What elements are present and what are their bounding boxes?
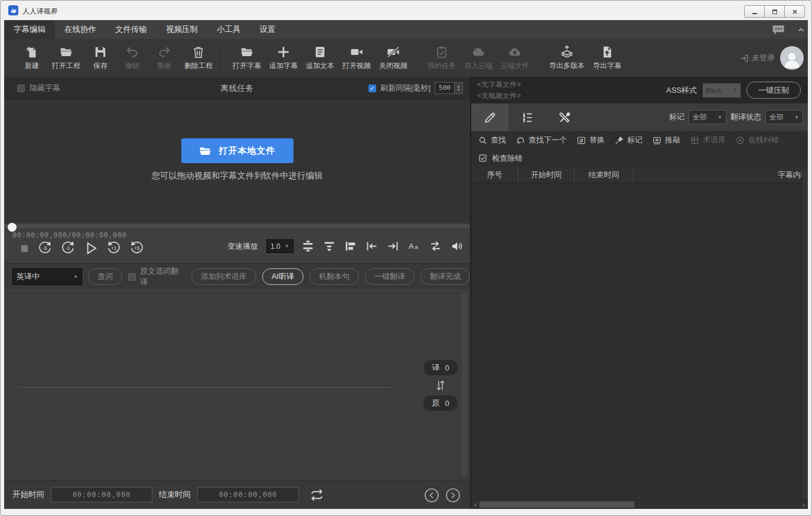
menu-item-settings[interactable]: 设置: [250, 20, 285, 39]
menu-item-online-collaboration[interactable]: 在线协作: [55, 20, 106, 39]
horizontal-scrollbar[interactable]: ‹ ›: [471, 499, 808, 509]
open-project-button[interactable]: 打开工程: [52, 46, 80, 71]
one-click-encode-button[interactable]: 一键压制: [746, 82, 801, 99]
swap-translation-icon[interactable]: [435, 379, 446, 391]
tab-adjust[interactable]: [508, 103, 546, 131]
open-subtitle-button[interactable]: 打开字幕: [233, 46, 261, 71]
app-logo-icon: [8, 5, 18, 15]
toolbar-button-label: 新建: [25, 61, 39, 71]
end-time-input[interactable]: 00:00:00,000: [197, 487, 299, 502]
collapse-toolbar-icon[interactable]: [797, 26, 805, 34]
subtitle-list[interactable]: [471, 183, 808, 499]
delete-project-button[interactable]: 删除工程: [184, 46, 213, 71]
scroll-right-icon[interactable]: ›: [800, 500, 808, 509]
swap-lines-icon[interactable]: [429, 240, 442, 252]
export-subtitle-button[interactable]: 导出字幕: [593, 46, 621, 71]
to-end-icon[interactable]: [387, 240, 399, 252]
rewind-5-button[interactable]: -5: [37, 241, 53, 256]
hide-subtitle-checkbox[interactable]: [17, 85, 25, 92]
timecode-bar: 开始时间 00:00:00,000 结束时间 00:00:00,000: [4, 480, 470, 509]
menu-item-subtitle-edit[interactable]: 字幕编辑: [4, 20, 55, 39]
folder-open-icon: [199, 145, 211, 157]
merge-line-icon[interactable]: [323, 240, 335, 252]
folder-icon: [60, 46, 73, 59]
append-subtitle-button[interactable]: 追加字幕: [269, 46, 298, 71]
maximize-button[interactable]: [764, 5, 785, 18]
menu-item-video-encode[interactable]: 视频压制: [156, 20, 207, 39]
stepper-arrows-icon[interactable]: ▲▼: [454, 83, 462, 93]
replace-button[interactable]: 替换: [577, 135, 605, 145]
save-button[interactable]: 保存: [89, 46, 112, 71]
seek-bar[interactable]: [4, 224, 470, 228]
menu-item-mini-tools[interactable]: 小工具: [207, 20, 250, 39]
align-left-icon[interactable]: [344, 240, 357, 252]
refine-button[interactable]: 推敲: [653, 135, 680, 145]
forward-1-button[interactable]: +1: [106, 241, 122, 256]
translate-status-filter-select[interactable]: 全部▼: [765, 110, 803, 124]
translate-direction-select[interactable]: 英译中▼: [12, 268, 82, 285]
toolbar-button-label: 删除工程: [184, 61, 213, 71]
pin-icon: [615, 136, 624, 145]
editor-scrollbar[interactable]: [462, 293, 467, 477]
previous-subtitle-button[interactable]: [424, 488, 439, 503]
check-square-icon[interactable]: [478, 154, 487, 163]
refine-icon: [653, 136, 661, 145]
ai-listen-button[interactable]: AI听译: [262, 268, 304, 285]
open-local-file-button[interactable]: 打开本地文件: [181, 138, 294, 163]
select-word-translate-label: 原文选词翻译: [140, 266, 185, 287]
tool-label: 在线纠错: [748, 135, 779, 145]
speed-select[interactable]: 1.0▼: [266, 239, 294, 253]
minimize-button[interactable]: [744, 5, 765, 18]
translate-done-button: 翻译完成: [420, 268, 470, 285]
toolbar-button-label: 云端文件: [501, 61, 529, 71]
editor-divider: [18, 387, 390, 388]
select-word-translate-checkbox[interactable]: [128, 273, 136, 281]
mark-button[interactable]: 标记: [615, 135, 643, 145]
avatar[interactable]: [780, 46, 804, 70]
hide-subtitle-label: 隐藏字幕: [30, 83, 60, 93]
export-multi-version-button[interactable]: 导出多版本: [549, 46, 585, 71]
loop-playback-icon[interactable]: [310, 488, 324, 502]
append-text-button[interactable]: 追加文本: [306, 46, 334, 71]
toolbar-button-label: 重做: [157, 61, 171, 71]
to-start-icon[interactable]: [366, 240, 378, 252]
insert-line-icon[interactable]: [302, 240, 314, 252]
refresh-interval-stepper[interactable]: 500 ▲▼: [435, 82, 463, 94]
tab-toolbox[interactable]: [546, 103, 583, 131]
close-button[interactable]: [784, 5, 805, 18]
svg-text:-5: -5: [43, 246, 47, 251]
refresh-interval-value: 500: [435, 83, 454, 93]
subtitle-text-editor[interactable]: 译0 原0: [4, 290, 470, 480]
start-time-input[interactable]: 00:00:00,000: [51, 487, 152, 502]
find-button[interactable]: 查找: [478, 135, 506, 145]
no-video-file-label: <无视频文件>: [477, 91, 521, 101]
rewind-1-button[interactable]: -1: [60, 241, 76, 256]
app-title: 人人译视界: [22, 7, 58, 17]
message-icon[interactable]: [771, 24, 785, 35]
next-subtitle-button[interactable]: [445, 488, 461, 503]
chevron-down-icon: ▼: [718, 115, 722, 120]
open-video-button[interactable]: 打开视频: [343, 46, 371, 71]
start-time-label: 开始时间: [12, 489, 44, 500]
mark-filter-select[interactable]: 全部▼: [689, 110, 726, 124]
login-status[interactable]: 未登录: [740, 53, 775, 63]
play-button[interactable]: [83, 241, 99, 256]
forward-5-button[interactable]: +5: [129, 241, 145, 256]
volume-icon[interactable]: [451, 240, 463, 252]
font-size-icon[interactable]: Aa: [408, 240, 420, 252]
refresh-interval-checkbox[interactable]: ✓: [369, 85, 376, 92]
tab-edit[interactable]: [471, 103, 508, 131]
toolbar-button-label: 存入云端: [464, 61, 493, 71]
seek-thumb[interactable]: [8, 223, 17, 232]
vertical-scrollbar[interactable]: [802, 167, 808, 499]
close-video-button[interactable]: 关闭视频: [379, 46, 407, 71]
new-button[interactable]: 新建: [20, 46, 44, 71]
list-adjust-icon: [521, 111, 534, 124]
video-dropzone[interactable]: 打开本地文件 您可以拖动视频和字幕文件到软件中进行编辑: [4, 99, 470, 223]
scrollbar-thumb[interactable]: [480, 501, 634, 508]
menu-item-file-transfer[interactable]: 文件传输: [106, 20, 156, 39]
translate-status-filter-label: 翻译状态: [731, 112, 761, 122]
scroll-left-icon[interactable]: ‹: [471, 500, 480, 509]
offline-task-bar: 隐藏字幕 离线任务 ✓ 刷新间隔[毫秒] 500 ▲▼: [4, 77, 470, 99]
find-next-button[interactable]: 查找下一个: [516, 135, 567, 145]
